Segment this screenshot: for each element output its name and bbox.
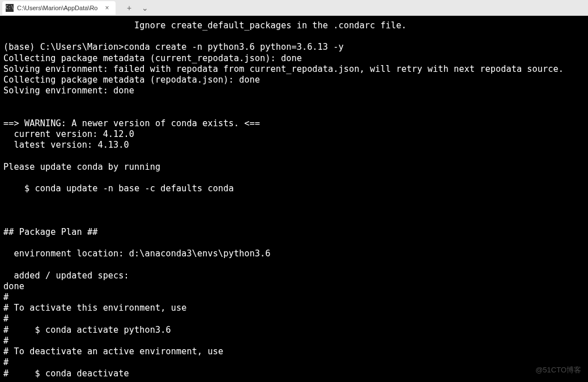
new-tab-button[interactable]: +	[127, 3, 131, 12]
terminal-icon: C:\	[6, 4, 14, 12]
watermark: @51CTO博客	[535, 365, 581, 375]
close-icon[interactable]: ×	[103, 4, 111, 12]
tab-bar: C:\ C:\Users\Marion\AppData\Ro × + ⌄	[0, 0, 588, 16]
tab-title: C:\Users\Marion\AppData\Ro	[17, 5, 100, 11]
tab-controls: + ⌄	[116, 3, 148, 12]
active-tab[interactable]: C:\ C:\Users\Marion\AppData\Ro ×	[2, 1, 116, 15]
tab-dropdown-button[interactable]: ⌄	[142, 3, 148, 12]
terminal-output[interactable]: Ignore create_default_packages in the .c…	[0, 16, 588, 382]
